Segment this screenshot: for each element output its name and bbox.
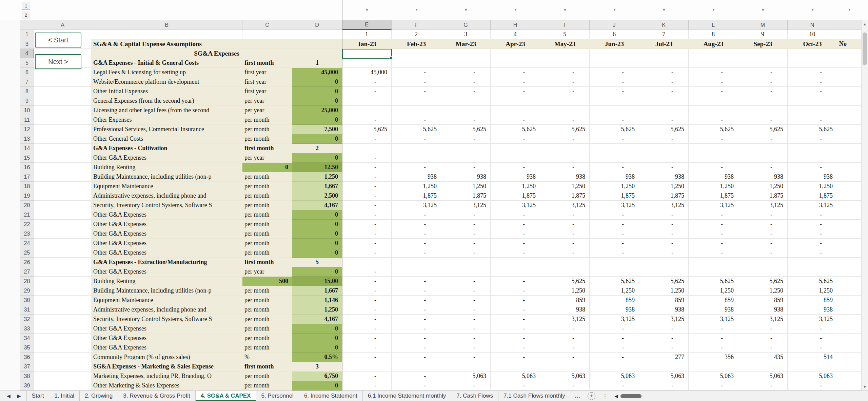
- sheet-tab-7-1-cash-flows-monthly[interactable]: 7.1 Cash Flows monthly: [498, 391, 570, 401]
- data-cell-r7-m7[interactable]: -: [639, 77, 689, 87]
- data-cell-r28-m8[interactable]: 5,625: [689, 277, 738, 286]
- value-cell-D28[interactable]: 15.00: [292, 277, 342, 286]
- cell-A11[interactable]: [34, 115, 91, 125]
- cell-A22[interactable]: [34, 220, 91, 229]
- column-header-F[interactable]: F: [392, 20, 441, 30]
- data-cell-r21-partial[interactable]: [837, 210, 861, 220]
- value-cell-D15[interactable]: 0: [292, 153, 342, 163]
- data-cell-r29-m7[interactable]: 1,250: [639, 286, 689, 296]
- data-cell-r15-m5[interactable]: [540, 153, 590, 163]
- row-header-3[interactable]: 3: [20, 39, 34, 49]
- data-cell-r17-m2[interactable]: 938: [392, 172, 441, 182]
- data-cell-r21-m8[interactable]: -: [689, 210, 738, 220]
- value-cell-D9[interactable]: 0: [292, 96, 342, 106]
- cell-A10[interactable]: [34, 106, 91, 115]
- data-cell-r12-m8[interactable]: 5,625: [689, 125, 738, 134]
- data-cell-r39-m1[interactable]: -: [342, 381, 392, 390]
- data-cell-r7-m1[interactable]: -: [342, 77, 392, 87]
- month-header-Jul-23[interactable]: Jul-23: [639, 39, 689, 49]
- data-cell-r25-m5[interactable]: -: [540, 248, 590, 258]
- select-all-corner[interactable]: [20, 20, 34, 30]
- cell-A21[interactable]: [34, 210, 91, 220]
- data-cell-r26-m7[interactable]: [639, 258, 689, 267]
- data-cell-r12-m3[interactable]: 5,625: [441, 125, 491, 134]
- data-cell-r8-partial[interactable]: [837, 87, 861, 96]
- data-cell-r34-partial[interactable]: [837, 334, 861, 343]
- value-cell-D29[interactable]: 1,667: [292, 286, 342, 296]
- data-cell-r10-m5[interactable]: [540, 106, 590, 115]
- data-cell-r11-m6[interactable]: -: [590, 115, 639, 125]
- data-cell-r16-m6[interactable]: -: [590, 163, 639, 172]
- data-cell-r8-m2[interactable]: -: [392, 87, 441, 96]
- data-cell-r28-m1[interactable]: -: [342, 277, 392, 286]
- data-cell-r17-m5[interactable]: 938: [540, 172, 590, 182]
- data-cell-r12-m5[interactable]: 5,625: [540, 125, 590, 134]
- value-cell-D39[interactable]: 0: [292, 381, 342, 390]
- month-number-1[interactable]: 1: [342, 30, 392, 39]
- data-cell-r27-m5[interactable]: [540, 267, 590, 277]
- data-cell-r19-m2[interactable]: 1,875: [392, 191, 441, 201]
- data-cell-r28-m3[interactable]: -: [441, 277, 491, 286]
- column-header-J[interactable]: J: [590, 20, 639, 30]
- data-cell-r37-m6[interactable]: [590, 362, 639, 372]
- column-header-M[interactable]: M: [738, 20, 788, 30]
- row-header-19[interactable]: 19: [20, 191, 34, 201]
- data-cell-r17-m9[interactable]: 938: [738, 172, 788, 182]
- cell-A31[interactable]: [34, 305, 91, 315]
- cell-A14[interactable]: [34, 144, 91, 153]
- month-header-Aug-23[interactable]: Aug-23: [689, 39, 738, 49]
- data-cell-r23-m5[interactable]: -: [540, 229, 590, 239]
- data-cell-r26-m5[interactable]: [540, 258, 590, 267]
- data-cell-r9-m7[interactable]: [639, 96, 689, 106]
- data-cell-r14-m8[interactable]: [689, 144, 738, 153]
- data-cell-r32-m10[interactable]: 3,125: [788, 315, 837, 324]
- data-cell-r21-m2[interactable]: -: [392, 210, 441, 220]
- data-cell-r28-m10[interactable]: 5,625: [788, 277, 837, 286]
- data-cell-r36-m3[interactable]: -: [441, 353, 491, 362]
- cell-A12[interactable]: [34, 125, 91, 134]
- data-cell-r7-m2[interactable]: -: [392, 77, 441, 87]
- data-cell-r12-m10[interactable]: 5,625: [788, 125, 837, 134]
- data-cell-r22-m10[interactable]: -: [788, 220, 837, 229]
- data-cell-r8-m1[interactable]: -: [342, 87, 392, 96]
- data-cell-r37-m4[interactable]: [491, 362, 540, 372]
- data-cell-r15-m6[interactable]: [590, 153, 639, 163]
- data-cell-r5-m1[interactable]: [342, 58, 392, 68]
- value-cell-D35[interactable]: 0: [292, 343, 342, 353]
- data-cell-r13-m8[interactable]: -: [689, 134, 738, 144]
- cell-A37[interactable]: [34, 362, 91, 372]
- data-cell-r38-m4[interactable]: 5,063: [491, 372, 540, 381]
- data-cell-r13-m7[interactable]: -: [639, 134, 689, 144]
- data-cell-r21-m4[interactable]: -: [491, 210, 540, 220]
- data-cell-r24-partial[interactable]: [837, 239, 861, 248]
- data-cell-r22-m6[interactable]: -: [590, 220, 639, 229]
- data-cell-r18-m1[interactable]: -: [342, 182, 392, 191]
- data-cell-r10-m9[interactable]: [738, 106, 788, 115]
- data-cell-r30-m5[interactable]: 859: [540, 296, 590, 305]
- data-cell-r5-m6[interactable]: [590, 58, 639, 68]
- data-cell-r20-m7[interactable]: 3,125: [639, 201, 689, 210]
- data-cell-r8-m7[interactable]: -: [639, 87, 689, 96]
- data-cell-r32-m2[interactable]: -: [392, 315, 441, 324]
- data-cell-r19-m9[interactable]: 1,875: [738, 191, 788, 201]
- input-cell-C16[interactable]: 0: [242, 163, 292, 172]
- data-cell-r32-m7[interactable]: 3,125: [639, 315, 689, 324]
- data-cell-r35-m1[interactable]: -: [342, 343, 392, 353]
- data-cell-r9-m10[interactable]: [788, 96, 837, 106]
- data-cell-r27-m4[interactable]: [491, 267, 540, 277]
- data-cell-r12-m1[interactable]: 5,625: [342, 125, 392, 134]
- data-cell-r32-m8[interactable]: 3,125: [689, 315, 738, 324]
- data-cell-r38-m1[interactable]: -: [342, 372, 392, 381]
- data-cell-r36-m8[interactable]: 356: [689, 353, 738, 362]
- data-cell-r11-m8[interactable]: -: [689, 115, 738, 125]
- row-header-8[interactable]: 8: [20, 87, 34, 96]
- data-cell-r14-m7[interactable]: [639, 144, 689, 153]
- cell-A7[interactable]: [34, 77, 91, 87]
- data-cell-r31-m10[interactable]: 938: [788, 305, 837, 315]
- input-cell-C28[interactable]: 500: [242, 277, 292, 286]
- data-cell-r37-m7[interactable]: [639, 362, 689, 372]
- value-cell-D5[interactable]: 1: [292, 58, 342, 68]
- cell-row4-month3[interactable]: [441, 49, 491, 58]
- data-cell-r14-m3[interactable]: [441, 144, 491, 153]
- data-cell-r35-m8[interactable]: -: [689, 343, 738, 353]
